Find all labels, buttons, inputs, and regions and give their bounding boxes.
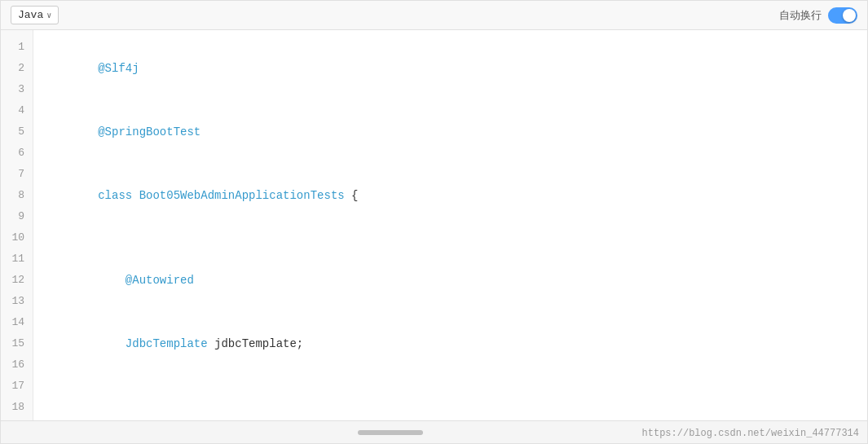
code-line-7 [43, 376, 857, 397]
footer-url: https://blog.csdn.net/weixin_44777314 [642, 426, 867, 439]
chevron-down-icon: ∨ [46, 11, 51, 20]
code-line-8 [43, 397, 857, 418]
code-line-6: JdbcTemplate jdbcTemplate; [43, 312, 857, 376]
bottom-bar: https://blog.csdn.net/weixin_44777314 [1, 420, 867, 443]
autowrap-label: 自动换行 [779, 8, 822, 23]
toolbar: Java ∨ 自动换行 [1, 1, 867, 30]
code-line-2: @SpringBootTest [43, 100, 857, 164]
line-numbers: 1 2 3 4 5 6 7 8 9 10 11 12 13 14 15 16 1… [1, 30, 33, 420]
code-line-1: @Slf4j [43, 37, 857, 100]
scrollbar-thumb[interactable] [358, 430, 423, 435]
code-content[interactable]: @Slf4j @SpringBootTest class Boot05WebAd… [33, 30, 867, 420]
code-line-4 [43, 227, 857, 248]
autowrap-toggle[interactable] [828, 7, 857, 24]
editor-container: Java ∨ 自动换行 1 2 3 4 5 6 7 8 9 10 11 12 1… [0, 0, 868, 444]
code-line-5: @Autowired [43, 248, 857, 312]
language-selector[interactable]: Java ∨ [11, 6, 59, 24]
code-area: 1 2 3 4 5 6 7 8 9 10 11 12 13 14 15 16 1… [1, 30, 867, 420]
language-label: Java [18, 9, 43, 21]
code-line-3: class Boot05WebAdminApplicationTests { [43, 164, 857, 227]
toolbar-right: 自动换行 [779, 7, 857, 24]
